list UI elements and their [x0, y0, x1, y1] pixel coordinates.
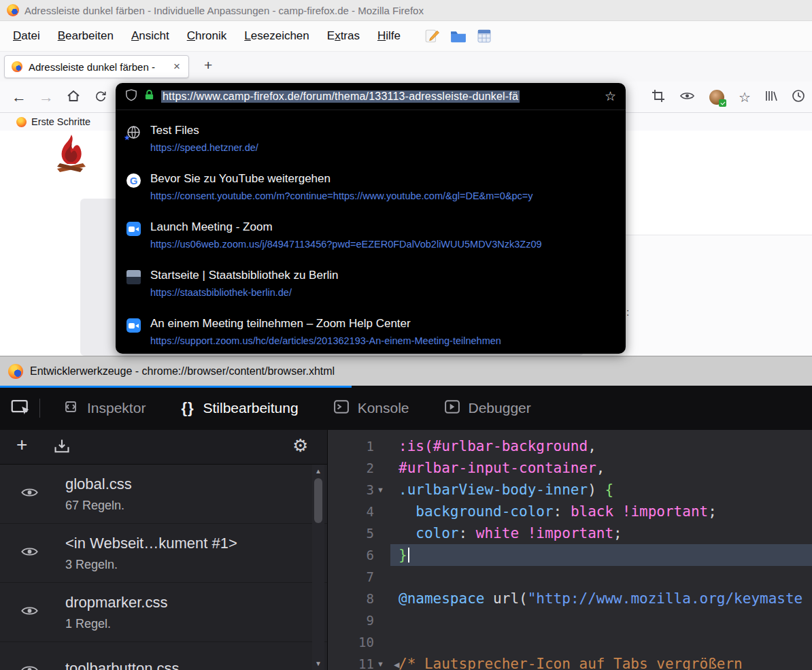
stylesheet-meta: <in Webseit…kument #1> 3 Regeln. [65, 535, 327, 572]
reload-button[interactable] [87, 88, 114, 106]
bookmark-star-icon[interactable]: ☆ [605, 88, 616, 104]
urlbar[interactable]: https://www.camp-firefox.de/forum/thema/… [116, 83, 626, 110]
menu-item[interactable]: Extras [318, 29, 369, 43]
code-token: black !important [571, 501, 708, 522]
eye-icon[interactable] [679, 91, 695, 103]
code-line: 3 ▼ .urlbarView-body-inner) { [328, 479, 812, 501]
devtools-tab-icon [334, 400, 349, 416]
hscroll-left-arrow-icon[interactable]: ◀ [394, 660, 399, 669]
zoom-favicon [126, 222, 141, 236]
tab-close-button[interactable]: × [172, 60, 182, 73]
forward-button[interactable]: → [33, 88, 60, 106]
scroll-up-arrow-icon[interactable]: ▲ [312, 467, 324, 475]
code-token: @namespace [399, 588, 484, 609]
code-line: 2 ▼ #urlbar-input-container, [328, 457, 812, 479]
menu-label-accel: B [58, 29, 65, 42]
devtools-titlebar[interactable]: Entwicklerwerkzeuge - chrome://browser/c… [0, 356, 812, 386]
code-text: } [390, 544, 812, 566]
suggestion-title: Launch Meeting - Zoom [150, 220, 615, 234]
stylesheet-list-scrollbar[interactable]: ▲ ▼ [312, 465, 324, 670]
window-titlebar[interactable]: Adressleiste dunkel färben - Individuell… [0, 0, 812, 21]
scroll-down-arrow-icon[interactable]: ▼ [312, 660, 324, 667]
home-button[interactable] [60, 88, 87, 106]
back-button[interactable]: ← [5, 88, 33, 106]
menu-item[interactable]: Lesezeichen [235, 29, 318, 43]
url-suggestion[interactable]: Startseite | Staatsbibliothek zu Berlin … [116, 261, 626, 309]
url-suggestion[interactable]: G Bevor Sie zu YouTube weitergehen https… [116, 164, 626, 212]
code-line: 8 ▼ @namespace url("http://www.mozilla.o… [328, 588, 812, 609]
code-token: white !important [476, 522, 613, 544]
code-line: 7 ▼ [328, 566, 812, 588]
stylesheet-name: toolbarbutton.css [65, 660, 327, 670]
suggestion-favicon [126, 269, 141, 309]
green-check-badge [719, 99, 726, 107]
extension-avatar-icon[interactable] [709, 90, 724, 105]
stylesheet-item[interactable]: toolbarbutton.css [0, 642, 327, 670]
tracking-protection-shield-icon[interactable] [125, 89, 137, 104]
visibility-eye-icon[interactable] [20, 605, 39, 619]
stylesheet-name: <in Webseit…kument #1> [65, 535, 327, 552]
menu-label-part: atei [21, 29, 39, 42]
line-number: 2 [367, 457, 374, 479]
globe-favicon: ★ [126, 125, 141, 139]
menu-item[interactable]: Ansicht [122, 29, 178, 43]
screenshot-crop-icon[interactable] [652, 89, 665, 105]
table-grid-icon[interactable] [477, 29, 491, 43]
fold-caret-icon[interactable]: ▼ [377, 660, 386, 668]
import-stylesheet-icon[interactable] [53, 438, 71, 457]
visibility-eye-icon[interactable] [20, 546, 39, 560]
element-picker-icon[interactable] [11, 399, 31, 417]
code-text [390, 609, 812, 631]
url-suggestion[interactable]: ★ Test Files https://speed.hetzner.de/ [116, 116, 626, 164]
stylesheet-item[interactable]: global.css 67 Regeln. [0, 465, 327, 524]
menu-item[interactable]: Chronik [178, 29, 236, 43]
menu-item[interactable]: Bearbeiten [49, 29, 122, 43]
scrollbar-thumb[interactable] [314, 478, 322, 523]
bookmark-erste-schritte[interactable]: Erste Schritte [31, 116, 90, 127]
url-suggestion[interactable]: An einem Meeting teilnehmen – Zoom Help … [116, 309, 626, 354]
suggestion-title: An einem Meeting teilnehmen – Zoom Help … [150, 317, 615, 331]
stylesheet-name: global.css [65, 475, 327, 493]
url-input[interactable]: https://www.camp-firefox.de/forum/thema/… [161, 90, 594, 103]
url-suggestions: ★ Test Files https://speed.hetzner.de/ G [116, 110, 626, 354]
visibility-eye-icon[interactable] [20, 487, 39, 501]
menu-label-part: ilfe [386, 29, 401, 42]
bookmarks-star-icon[interactable]: ☆ [739, 89, 751, 105]
fold-caret-icon[interactable]: ▼ [377, 486, 386, 494]
devtools-tab[interactable]: Konsole [316, 386, 427, 430]
https-lock-icon[interactable] [144, 89, 154, 103]
code-line: 6 ▼ } [328, 544, 812, 566]
devtools-tab[interactable]: Inspektor [46, 386, 163, 430]
code-token: #urlbar-background [433, 435, 588, 457]
new-tab-button[interactable]: + [199, 57, 218, 73]
menu-item[interactable]: Hilfe [369, 29, 409, 43]
staatsbibliothek-favicon [126, 270, 141, 284]
url-suggestion[interactable]: Launch Meeting - Zoom https://us06web.zo… [116, 212, 626, 261]
gutter: 1 ▼ [328, 435, 390, 457]
line-number: 10 [358, 631, 374, 653]
library-icon[interactable] [765, 90, 777, 104]
stylesheet-item[interactable]: dropmarker.css 1 Regel. [0, 583, 327, 642]
debugger-icon [445, 400, 460, 414]
menu-item[interactable]: Datei [4, 29, 49, 43]
inspector-icon [63, 401, 78, 413]
gutter: 10 ▼ [328, 631, 390, 653]
stylesheet-item[interactable]: <in Webseit…kument #1> 3 Regeln. [0, 524, 327, 583]
tab-bar: Adressleiste dunkel färben - × + [0, 52, 812, 82]
code-text: #urlbar-input-container, [390, 457, 812, 479]
code-text: color: white !important; [390, 522, 812, 544]
devtools-tab[interactable]: Debugger [427, 386, 549, 430]
folder-icon[interactable] [450, 29, 467, 43]
browser-tab[interactable]: Adressleiste dunkel färben - × [4, 55, 189, 78]
history-clock-icon[interactable] [792, 89, 805, 105]
devtools-tab[interactable]: {} Stilbearbeitung [163, 386, 316, 430]
notes-pencil-icon[interactable] [424, 29, 439, 44]
visibility-eye-icon[interactable] [20, 665, 39, 670]
css-editor[interactable]: 1 ▼ :is(#urlbar-background, 2 ▼ #urlbar-… [327, 430, 812, 670]
gutter: 6 ▼ [328, 544, 390, 566]
bookmarked-star-badge: ★ [124, 133, 131, 142]
new-stylesheet-button[interactable]: + [16, 434, 27, 456]
active-tab-accent-line [0, 386, 352, 388]
zoom-favicon [126, 318, 141, 333]
options-gear-icon[interactable]: ⚙ [292, 435, 308, 456]
